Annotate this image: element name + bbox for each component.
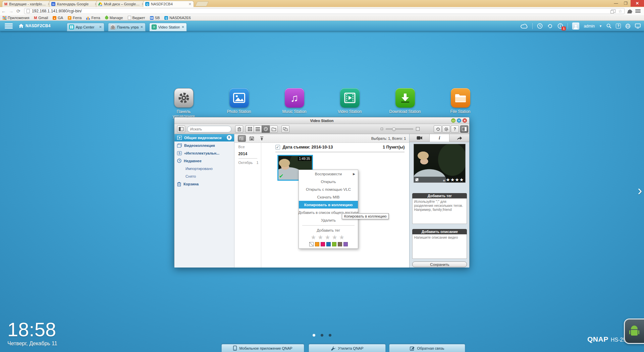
color-label-icon[interactable] <box>415 178 419 181</box>
color-swatch-brown[interactable] <box>338 242 342 246</box>
page-dot-2[interactable] <box>321 334 323 337</box>
tab-close-icon[interactable]: ✕ <box>99 25 102 29</box>
bookmark-widget[interactable]: Виджет <box>128 16 145 20</box>
tab-close-icon[interactable]: ✕ <box>181 25 184 29</box>
sidebar-item-smart-collection[interactable]: S «Интеллектуальн... <box>174 149 234 157</box>
bookmark-ga[interactable]: ▲ GA <box>53 16 63 20</box>
timeline-view-button[interactable] <box>262 125 270 133</box>
sidebar-item-shared-videos[interactable]: Общие видеозаписи <box>174 134 234 141</box>
window-close-button[interactable]: ✕ <box>631 0 644 7</box>
window-maximize-button[interactable]: ❐ <box>621 0 631 7</box>
main-menu-icon[interactable] <box>5 23 13 28</box>
group-checkbox[interactable]: ✓ <box>275 145 280 150</box>
notifications-button[interactable]: 1 <box>557 23 563 29</box>
browser-tab-calendar[interactable]: 11 Календарь Google ✕ <box>49 1 100 7</box>
bookmark-ferra-1[interactable]: F Ferra <box>68 16 82 20</box>
save-button[interactable]: Сохранить <box>412 261 467 267</box>
taskbar-feedback-button[interactable]: Обратная связь <box>389 344 465 352</box>
tag-input-box[interactable] <box>412 198 467 224</box>
sidebar-item-recycle-bin[interactable]: Корзина <box>174 180 234 188</box>
bookmark-manage[interactable]: Manage <box>105 16 123 20</box>
page-dot-1[interactable] <box>313 334 315 337</box>
url-input[interactable] <box>32 9 609 13</box>
settings-button[interactable] <box>442 125 450 133</box>
bookmark-gmail[interactable]: M Gmail <box>34 16 48 20</box>
list-view-button[interactable] <box>254 125 262 133</box>
close-button[interactable]: ✕ <box>463 118 467 123</box>
tab-switch-icon[interactable] <box>611 9 615 13</box>
trash-button[interactable] <box>235 125 243 133</box>
menu-item-open[interactable]: Открыть <box>299 178 358 185</box>
desktop-icon-music-station[interactable]: ♫ Music Station <box>278 88 311 119</box>
username-label[interactable]: admin <box>584 24 595 28</box>
help-button[interactable]: ? <box>451 125 459 133</box>
color-swatch-orange[interactable] <box>315 242 319 246</box>
back-button[interactable]: ← <box>0 8 7 14</box>
rating-stars[interactable]: ★ ★★★★ <box>442 177 464 182</box>
window-minimize-button[interactable]: — <box>611 0 621 7</box>
device-home-button[interactable]: NASDF2CB4 <box>19 23 51 28</box>
maximize-button[interactable]: + <box>457 118 461 123</box>
scroll-to-top-button[interactable] <box>258 135 266 142</box>
tab-close-icon[interactable]: ✕ <box>189 2 192 6</box>
timeline-group-button[interactable] <box>238 135 246 142</box>
menu-item-play[interactable]: Воспроизвести ▶ <box>299 170 358 178</box>
timeline-year[interactable]: 2014 <box>238 152 261 156</box>
sidebar-item-recent[interactable]: Недавнее <box>174 157 234 165</box>
tab-app-center[interactable]: App Center ✕ <box>67 23 104 31</box>
extension-puzzle-icon[interactable] <box>627 8 633 14</box>
color-swatch-green[interactable] <box>332 242 336 246</box>
sidebar-item-video-collection[interactable]: Видеоколлекция <box>174 141 234 149</box>
bookmark-sb[interactable]: SB SB <box>150 16 160 20</box>
search-input[interactable] <box>190 127 238 131</box>
sync-icon[interactable] <box>547 23 553 29</box>
sidebar-toggle-button[interactable] <box>177 125 185 133</box>
background-tasks-icon[interactable] <box>537 23 543 29</box>
browser-menu-icon[interactable] <box>635 9 641 13</box>
reload-button[interactable]: ⟳ <box>15 8 22 14</box>
zoom-out-icon[interactable] <box>381 128 383 130</box>
search-icon[interactable] <box>606 23 611 28</box>
search-box[interactable]: ▼ <box>187 126 231 132</box>
description-input-box[interactable] <box>412 234 467 259</box>
help-icon[interactable]: ? <box>616 23 621 28</box>
color-swatch-none[interactable] <box>309 242 314 246</box>
new-tab-button[interactable] <box>195 1 209 6</box>
sidebar-item-taken[interactable]: Снято <box>174 172 234 180</box>
menu-item-copy-to-collection[interactable]: Копировать в коллекцию <box>299 201 358 209</box>
pin-icon[interactable] <box>227 135 232 140</box>
tab-video-info[interactable]: i <box>430 134 450 142</box>
desktop-icon-file-station[interactable]: File Station <box>444 88 477 119</box>
timeline-all[interactable]: Все <box>238 145 261 149</box>
color-swatch-pink[interactable] <box>321 242 325 246</box>
browser-tab-drive[interactable]: Мой диск – Google Диск ✕ <box>96 1 147 7</box>
bookmark-apps[interactable]: Приложения <box>3 16 29 20</box>
folder-view-button[interactable] <box>270 125 278 133</box>
description-textarea[interactable] <box>413 234 467 258</box>
user-menu-caret-icon[interactable]: ▼ <box>599 24 602 28</box>
taskbar-mobile-app-button[interactable]: Мобильное приложение QNAP <box>221 344 304 352</box>
tab-video-preview[interactable] <box>410 134 430 142</box>
menu-item-open-vlc[interactable]: Открыть с помощью VLC <box>299 185 358 193</box>
tab-video-station[interactable]: Video Station ✕ <box>149 23 187 31</box>
refresh-button[interactable] <box>434 125 442 133</box>
color-swatch-blue[interactable] <box>326 242 331 246</box>
taskbar-utility-button[interactable]: Утилита QNAP <box>309 344 386 352</box>
bookmark-nas[interactable]: Q NASD6A2E6 <box>164 16 191 20</box>
desktop-icon-photo-station[interactable]: Photo Station <box>223 88 255 119</box>
forward-button[interactable]: → <box>7 8 15 14</box>
address-bar[interactable]: ☆ <box>24 8 625 14</box>
desktop-switch-icon[interactable] <box>635 23 641 28</box>
desktop-icon-video-station[interactable]: Video Station <box>334 88 366 119</box>
cloud-icon[interactable] <box>521 24 528 28</box>
zoom-slider-handle[interactable] <box>392 127 396 131</box>
timeline-month[interactable]: Октябрь 1 <box>238 161 259 165</box>
zoom-slider[interactable] <box>386 128 413 130</box>
minimize-button[interactable]: — <box>451 118 455 123</box>
color-swatch-purple[interactable] <box>343 242 348 246</box>
tab-close-icon[interactable]: ✕ <box>140 25 143 29</box>
menu-item-download[interactable]: Скачать MIB <box>299 193 358 201</box>
display-mode-button[interactable] <box>281 125 289 133</box>
grid-view-button[interactable] <box>246 125 254 133</box>
browser-tab-gmail[interactable]: M Входящие - xardplotnikov ✕ <box>2 1 53 7</box>
